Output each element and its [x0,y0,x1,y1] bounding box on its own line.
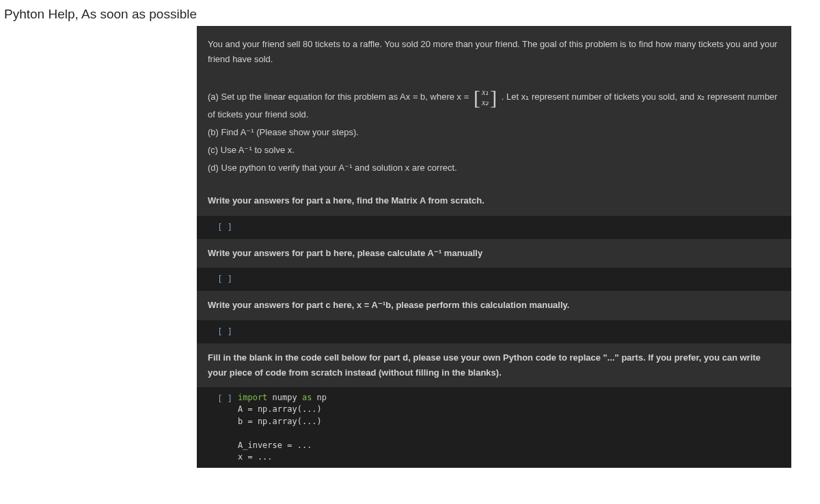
prompt-c: [ ] [197,323,238,341]
code-line2: A = np.array(...) [238,404,322,414]
code-body-c[interactable] [238,323,791,341]
code-line5: A_inverse = ... [238,440,312,450]
kw-import: import [238,393,267,402]
instruction-part-a: Write your answers for part a here, find… [197,186,791,215]
problem-intro: You and your friend sell 80 tickets to a… [208,37,780,67]
instruction-part-b-text: Write your answers for part b here, plea… [208,248,482,258]
instruction-part-c-text: Write your answers for part c here, x = … [208,300,569,310]
instruction-part-d-text: Fill in the blank in the code cell below… [208,352,761,378]
matrix-x2: x₂ [482,98,489,107]
part-a-pre: (a) Set up the linear equation for this … [208,92,469,102]
code-line3: b = np.array(...) [238,417,322,426]
code-body-a[interactable] [238,219,791,236]
code-cell-d[interactable]: [ ] import numpy as np A = np.array(...)… [197,387,791,468]
notebook: You and your friend sell 80 tickets to a… [197,26,791,468]
code-line6: x = ... [238,452,273,462]
instruction-part-b: Write your answers for part b here, plea… [197,239,791,268]
code-cell-a[interactable]: [ ] [197,216,791,239]
code-line1-mid: numpy [267,393,302,402]
prompt-d: [ ] [197,390,238,465]
matrix-x1: x₁ [482,87,489,97]
problem-part-a: (a) Set up the linear equation for this … [208,87,780,122]
problem-part-d: (d) Use python to verify that your A⁻¹ a… [208,160,780,176]
code-cell-b[interactable]: [ ] [197,268,791,291]
prompt-a: [ ] [197,219,238,236]
problem-description-cell: You and your friend sell 80 tickets to a… [197,26,791,186]
bracket-left-icon [474,89,480,106]
bracket-right-icon [490,89,497,106]
code-body-d[interactable]: import numpy as np A = np.array(...) b =… [238,390,791,465]
kw-as: as [302,393,312,402]
problem-part-b: (b) Find A⁻¹ (Please show your steps). [208,125,780,140]
code-body-b[interactable] [238,270,791,288]
matrix-x: x₁ x₂ [474,87,497,107]
code-cell-c[interactable]: [ ] [197,320,791,344]
problem-part-c: (c) Use A⁻¹ to solve x. [208,143,780,158]
prompt-b: [ ] [197,270,238,288]
page-title: Pyhton Help, As soon as possible [0,0,820,26]
code-line1-end: np [312,393,327,402]
instruction-part-d: Fill in the blank in the code cell below… [197,344,791,387]
instruction-part-c: Write your answers for part c here, x = … [197,291,791,320]
instruction-part-a-text: Write your answers for part a here, find… [208,195,484,206]
